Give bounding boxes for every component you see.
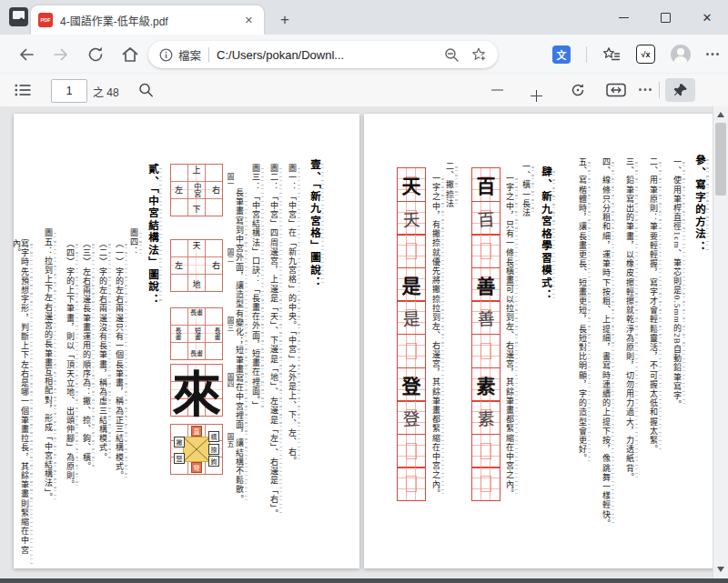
section-heading: 參、寫字的方法： xyxy=(694,155,705,253)
practice-cell xyxy=(397,334,426,368)
figure-label: 圖三 xyxy=(225,317,235,332)
pdf-toolbar-divider xyxy=(659,82,660,98)
practice-cell xyxy=(397,467,426,501)
practice-cell: 天 xyxy=(397,167,426,202)
practice-cell: 天 xyxy=(397,201,426,236)
practice-cell: 是 xyxy=(397,300,426,335)
printed-character: 百 xyxy=(472,168,500,201)
home-icon[interactable] xyxy=(120,45,140,65)
profile-avatar[interactable] xyxy=(671,45,691,65)
printed-character: 登 xyxy=(398,368,425,401)
figure-cell: 天 xyxy=(171,242,222,250)
practice-cell xyxy=(471,334,500,368)
figure-label: 圖四 xyxy=(225,373,235,388)
site-info-icon[interactable] xyxy=(159,48,173,62)
practice-cell: 是 xyxy=(397,267,426,302)
vertical-scrollbar[interactable] xyxy=(713,106,728,578)
minimize-button[interactable] xyxy=(602,0,644,35)
page-count-label: 之 48 xyxy=(93,84,119,99)
practice-cell xyxy=(397,234,426,268)
text-column: （三）左右兩邊長筆畫運用的順序為：撇、捺、鉤、橫。 xyxy=(82,239,90,471)
fit-to-width-icon[interactable] xyxy=(606,83,626,97)
close-tab-icon[interactable]: ✕ xyxy=(241,13,257,28)
text-column: 圖二：「中宮」四周邊宮，上邊是「天」、下邊是「地」、左邊是「左」、右邊是「右」。 xyxy=(269,164,278,518)
window-bottom-edge xyxy=(0,578,728,583)
url-text: C:/Users/pokan/Downl... xyxy=(217,48,433,62)
method-label: 二、撇捺法 xyxy=(445,162,453,208)
practice-cell xyxy=(471,467,500,501)
figure-nine-grid-1: 上 左 中宮 右 下 xyxy=(170,164,223,216)
printed-character: 素 xyxy=(472,368,500,401)
refresh-icon[interactable] xyxy=(86,45,106,65)
text-column: （四）字的上下筆畫，則以「頂天立地、出頭伸腳」為原則。 xyxy=(66,239,74,489)
figure-cell: 長畫 xyxy=(171,310,222,317)
figure-label: 圖五 xyxy=(225,433,235,448)
translate-icon[interactable]: 文 xyxy=(552,45,571,64)
forward-icon[interactable] xyxy=(51,45,71,65)
math-solver-extension-icon[interactable]: √x xyxy=(636,45,655,64)
printed-character: 善 xyxy=(472,268,500,301)
practice-cell: 善 xyxy=(471,267,500,302)
figure-cell: 右 xyxy=(211,186,219,195)
section-heading: 肆、新九宮格學習模式： xyxy=(541,166,551,302)
scrollbar-thumb[interactable] xyxy=(715,123,726,196)
stroke-box: 豎 xyxy=(174,453,185,464)
figure-label: 圖一 xyxy=(225,173,235,188)
stroke-box: 鉤 xyxy=(208,456,219,467)
tab-active[interactable]: PDF 4-國語作業-低年級.pdf ✕ xyxy=(31,5,264,35)
figure-cell: 中宮 xyxy=(193,183,201,198)
back-icon[interactable] xyxy=(16,45,36,65)
handwritten-character: 是 xyxy=(398,302,425,335)
settings-menu-icon[interactable] xyxy=(706,53,719,56)
search-icon[interactable] xyxy=(138,83,154,98)
scheme-label: 檔案 xyxy=(178,46,201,64)
printed-character: 是 xyxy=(398,268,425,301)
figure-cell: 地 xyxy=(171,281,222,289)
practice-cell: 百 xyxy=(471,201,500,236)
pdf-canvas[interactable]: 壹、「新九宮格」圖說： 圖一：「中宮」在「新九宮格」的中央。「中宮」之外是上、下… xyxy=(0,106,728,578)
navigation-toolbar: 檔案 C:/Users/pokan/Downl... 文 √x xyxy=(0,35,728,75)
figure-cell: 上 xyxy=(171,166,222,175)
practice-cell: 百 xyxy=(471,167,500,202)
practice-cell xyxy=(397,434,426,468)
text-column: 圖三：「中宮結構法」口訣：「長畫在外面，短畫在裡面。」 xyxy=(251,164,259,410)
figure-label: 圖二 xyxy=(225,248,235,264)
practice-grid-column: 百百善善素素 xyxy=(471,167,500,501)
zoom-out-icon[interactable] xyxy=(491,90,503,91)
method-item: 五、寫楷體時，讓長畫更長、短畫更短，長短對比明顯，字的造型會更好。 xyxy=(578,157,586,464)
close-window-button[interactable]: ✕ xyxy=(686,0,728,35)
stroke-box: 捺 xyxy=(208,444,219,455)
rotate-icon[interactable] xyxy=(570,82,586,98)
address-bar[interactable]: 檔案 C:/Users/pokan/Downl... xyxy=(148,41,498,68)
caption-column: 一字之中，有撇捺就優先將撇捺拉到左、右邊宮，其餘筆畫都緊縮在中宮之內。 xyxy=(431,174,440,498)
pin-toolbar-button[interactable] xyxy=(665,78,695,102)
table-of-contents-icon[interactable] xyxy=(15,84,31,96)
browser-window: PDF 4-國語作業-低年級.pdf ✕ + ✕ 檔案 xyxy=(0,0,728,583)
practice-cell: 素 xyxy=(471,400,500,435)
pdf-more-options-icon[interactable] xyxy=(639,88,652,92)
tab-actions-icon[interactable] xyxy=(9,7,28,26)
practice-cell: 登 xyxy=(397,367,426,402)
figure-cell: 短畫 xyxy=(194,327,200,340)
stroke-box: 撇 xyxy=(174,437,185,447)
method-item: 一、使用筆桿直徑1cm、筆芯則是0.5mm的2B自動鉛筆寫字。 xyxy=(672,157,681,409)
address-divider xyxy=(208,47,209,62)
text-column: 圖一：「中宮」在「新九宮格」的中央。「中宮」之外是上、下、左、右。 xyxy=(288,164,296,466)
handwritten-character: 善 xyxy=(472,302,500,335)
figure-cell: 長畫 xyxy=(174,327,180,340)
text-column: 寫字時先預想字形，判斷上下左右是哪一個筆畫拉長，其餘筆畫則緊縮在中宮內。 xyxy=(12,239,28,568)
add-favorite-icon[interactable] xyxy=(470,46,487,63)
stroke-box: 直 xyxy=(191,426,202,437)
scroll-up-icon[interactable] xyxy=(717,112,724,117)
section-heading: 壹、「新九宮格」圖說： xyxy=(309,159,320,289)
scroll-down-icon[interactable] xyxy=(717,567,724,572)
zoom-out-page-icon[interactable] xyxy=(444,47,460,63)
new-tab-button[interactable]: + xyxy=(273,8,297,32)
favorites-icon[interactable] xyxy=(602,46,621,63)
section-heading: 貳、「中宮結構法」圖說： xyxy=(147,164,158,306)
stroke-box: 橫 xyxy=(208,431,219,442)
maximize-button[interactable] xyxy=(644,0,686,35)
text-column: 圖五：拉到上下左右邊宮的長筆畫互相配對，形成「中宮結構法」。 xyxy=(44,228,52,503)
page-number-input[interactable] xyxy=(51,79,87,103)
figure-nine-grid-2: 天 左 右 地 xyxy=(170,239,223,292)
